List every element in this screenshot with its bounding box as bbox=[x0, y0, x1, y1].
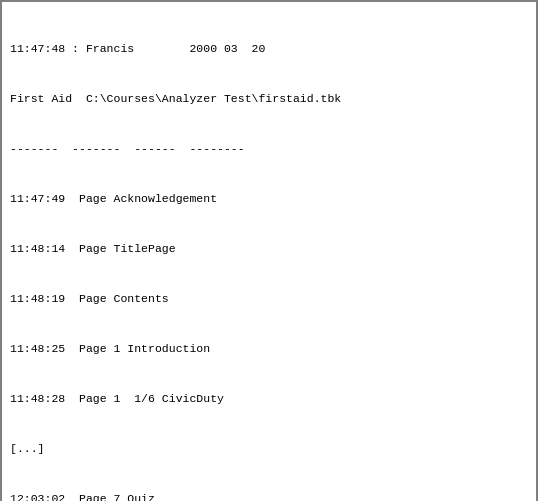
log-line-ellipsis-1: [...] bbox=[10, 441, 528, 458]
log-line-6: 11:48:19 Page Contents bbox=[10, 291, 528, 308]
log-line-1: 11:47:48 : Francis 2000 03 20 bbox=[10, 41, 528, 58]
log-content: 11:47:48 : Francis 2000 03 20 First Aid … bbox=[2, 2, 536, 501]
log-line-9: 12:03:02 Page 7 Quiz bbox=[10, 491, 528, 501]
log-line-4: 11:47:49 Page Acknowledgement bbox=[10, 191, 528, 208]
log-line-3: ------- ------- ------ -------- bbox=[10, 141, 528, 158]
log-line-8: 11:48:28 Page 1 1/6 CivicDuty bbox=[10, 391, 528, 408]
log-line-5: 11:48:14 Page TitlePage bbox=[10, 241, 528, 258]
log-line-2: First Aid C:\Courses\Analyzer Test\first… bbox=[10, 91, 528, 108]
log-line-7: 11:48:25 Page 1 Introduction bbox=[10, 341, 528, 358]
log-window: 11:47:48 : Francis 2000 03 20 First Aid … bbox=[0, 0, 538, 501]
